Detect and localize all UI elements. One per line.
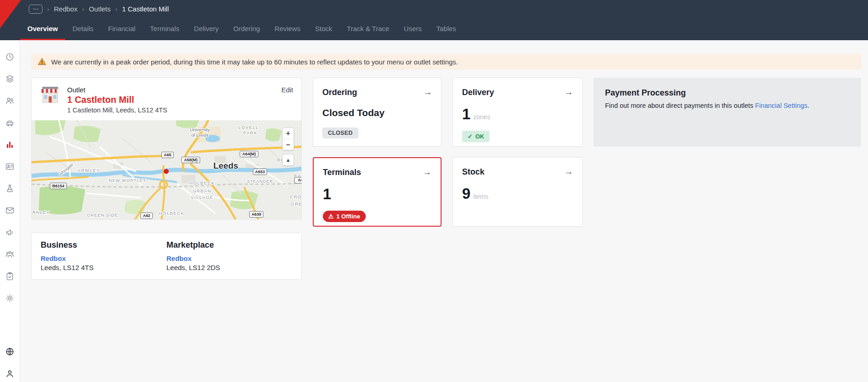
- map-label: University: [190, 127, 210, 132]
- check-icon: ✓: [468, 133, 473, 140]
- sidebar-item-settings[interactable]: [5, 293, 15, 303]
- mail-icon: [5, 206, 15, 215]
- arrow-right-icon[interactable]: →: [564, 87, 573, 97]
- sidebar-item-account[interactable]: [5, 369, 15, 378]
- map-label: URBAN: [193, 188, 211, 193]
- sidebar-item-users[interactable]: [5, 96, 15, 106]
- delivery-count: 1: [462, 106, 470, 122]
- svg-text:A58(M): A58(M): [184, 158, 198, 162]
- delivery-card[interactable]: Delivery → 1 zones ✓ OK: [452, 78, 583, 147]
- svg-text:A65: A65: [164, 153, 171, 157]
- sidebar-item-clock[interactable]: [5, 52, 15, 62]
- apps-menu-button[interactable]: ⋯: [29, 5, 42, 14]
- tab-users[interactable]: Users: [396, 18, 429, 40]
- vehicle-icon: [5, 118, 15, 127]
- stock-count: 9: [462, 186, 470, 201]
- contact-card-icon: [5, 162, 15, 171]
- offline-badge: ⚠ 1 Offline: [323, 211, 366, 222]
- map-label: HOLBECK: [189, 180, 215, 186]
- payment-processing-card: Payment Processing Find out more about d…: [594, 78, 861, 147]
- sidebar-item-outlets[interactable]: [5, 140, 15, 149]
- column-ordering-terminals: Ordering → Closed Today CLOSED Terminals…: [313, 78, 442, 227]
- arrow-right-icon[interactable]: →: [423, 87, 432, 97]
- warning-icon: [37, 57, 47, 66]
- map-city-label: Leeds: [213, 161, 238, 170]
- sidebar-item-orders[interactable]: [5, 271, 15, 281]
- tab-overview[interactable]: Overview: [20, 18, 65, 40]
- road-shield: A64(M): [240, 151, 258, 157]
- banner-text: We are currently in a peak order period,…: [51, 58, 458, 66]
- terminals-card[interactable]: Terminals → 1 ⚠ 1 Offline: [313, 157, 442, 227]
- stock-title: Stock: [462, 167, 484, 177]
- terminals-title: Terminals: [323, 168, 361, 177]
- tab-details[interactable]: Details: [65, 18, 101, 40]
- sidebar-item-layers[interactable]: [5, 74, 15, 84]
- breadcrumb-item-outlets[interactable]: Outlets: [89, 5, 111, 13]
- map-zoom-out-button[interactable]: −: [283, 139, 294, 150]
- map-controls: + − ▲: [282, 127, 294, 166]
- map-marker[interactable]: [164, 169, 168, 174]
- edit-outlet-link[interactable]: Edit: [281, 86, 293, 114]
- users-icon: [5, 96, 15, 106]
- marketplace-column: Marketplace Redbox Leeds, LS12 2DS: [167, 240, 293, 272]
- sidebar-item-mail[interactable]: [5, 206, 15, 215]
- svg-text:A64(M): A64(M): [242, 152, 256, 156]
- topbar: ⋯ › Redbox › Outlets › 1 Castleton Mill: [0, 0, 868, 18]
- arrow-right-icon[interactable]: →: [423, 167, 431, 177]
- payment-body: Find out more about direct payments in t…: [605, 102, 850, 109]
- stock-unit: items: [473, 193, 488, 200]
- tab-reviews[interactable]: Reviews: [267, 18, 308, 40]
- layers-icon: [5, 74, 15, 84]
- sidebar-item-contacts[interactable]: [5, 162, 15, 171]
- outlet-map[interactable]: University of Leeds LOVELL PARK BURN ARM…: [32, 120, 301, 219]
- breadcrumb-item-current: 1 Castleton Mill: [122, 5, 169, 13]
- tab-ordering[interactable]: Ordering: [226, 18, 267, 40]
- road-shield: B6154: [50, 183, 67, 189]
- arrow-right-icon[interactable]: →: [564, 167, 573, 177]
- globe-icon: [5, 347, 15, 356]
- chevron-right-icon: ›: [47, 5, 49, 13]
- tab-delivery[interactable]: Delivery: [187, 18, 226, 40]
- road-shield: A62: [141, 213, 153, 219]
- map-label: GREEN SIDE: [87, 212, 118, 218]
- ordering-card[interactable]: Ordering → Closed Today CLOSED: [313, 78, 442, 147]
- financial-settings-link[interactable]: Financial Settings: [755, 102, 807, 109]
- map-label: RNLEY: [32, 210, 50, 215]
- megaphone-icon: [5, 228, 15, 237]
- closed-badge: CLOSED: [322, 127, 358, 138]
- tab-tables[interactable]: Tables: [429, 18, 463, 40]
- svg-text:A639: A639: [252, 212, 261, 217]
- map-compass-button[interactable]: ▲: [282, 154, 294, 166]
- page: ⋯ › Redbox › Outlets › 1 Castleton Mill …: [0, 0, 868, 382]
- breadcrumb-item-redbox[interactable]: Redbox: [54, 5, 78, 13]
- map-label: STEANDER: [247, 179, 273, 184]
- peak-period-banner: We are currently in a peak order period,…: [31, 54, 861, 69]
- tab-financial[interactable]: Financial: [101, 18, 143, 40]
- map-label: HOLBECK: [159, 211, 184, 216]
- sidebar-item-flask[interactable]: [5, 184, 15, 193]
- sidebar-footer-group: [0, 347, 20, 382]
- tab-track-trace[interactable]: Track & Trace: [340, 18, 397, 40]
- road-shield: A639: [249, 212, 263, 218]
- map-label: VILLAGE: [191, 195, 214, 200]
- sidebar-item-announcements[interactable]: [5, 228, 15, 237]
- sidebar-item-globe[interactable]: [5, 347, 15, 356]
- terminals-count: 1: [323, 186, 331, 202]
- business-link[interactable]: Redbox: [41, 255, 167, 262]
- tab-terminals[interactable]: Terminals: [143, 18, 187, 40]
- outlets-icon: [5, 140, 15, 149]
- column-outlet: Outlet 1 Castleton Mill 1 Castleton Mill…: [31, 78, 302, 280]
- map-label: ARMLEY: [78, 168, 100, 173]
- breadcrumb: › Redbox › Outlets › 1 Castleton Mill: [47, 5, 169, 13]
- marketplace-link[interactable]: Redbox: [167, 255, 293, 262]
- ellipsis-icon: ⋯: [33, 6, 39, 12]
- tab-stock[interactable]: Stock: [308, 18, 340, 40]
- map-label: CROS: [290, 194, 301, 199]
- map-zoom-in-button[interactable]: +: [283, 128, 294, 139]
- main-content: We are currently in a peak order period,…: [20, 40, 868, 382]
- stock-card[interactable]: Stock → 9 items: [452, 157, 583, 227]
- sidebar-item-vehicle[interactable]: [5, 118, 15, 127]
- marketplace-heading: Marketplace: [167, 240, 293, 250]
- sidebar-item-team[interactable]: [5, 249, 15, 259]
- gear-icon: [5, 293, 15, 303]
